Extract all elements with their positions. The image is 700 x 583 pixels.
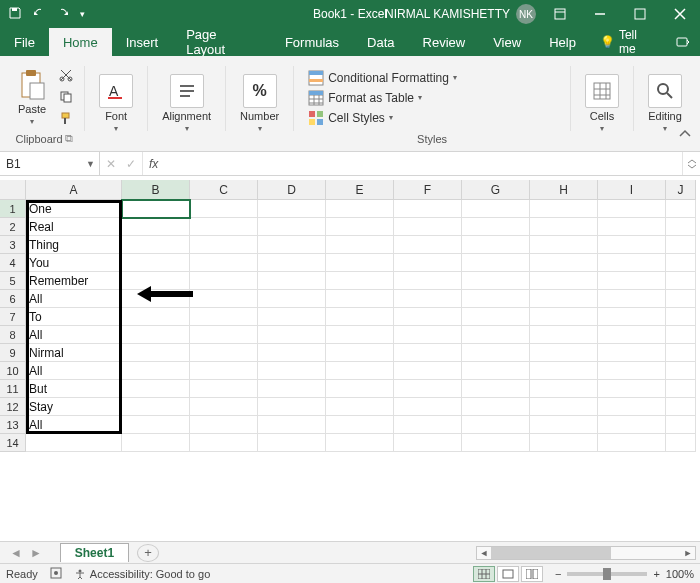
cell[interactable] [326, 308, 394, 326]
cell[interactable] [598, 416, 666, 434]
cell[interactable] [462, 416, 530, 434]
row-header[interactable]: 11 [0, 380, 26, 398]
dialog-launcher-icon[interactable]: ⧉ [65, 132, 73, 145]
cell[interactable] [530, 434, 598, 452]
cell[interactable] [666, 272, 696, 290]
cell[interactable] [190, 398, 258, 416]
cell[interactable] [462, 434, 530, 452]
column-header[interactable]: D [258, 180, 326, 200]
cell[interactable] [394, 200, 462, 218]
cell[interactable] [462, 290, 530, 308]
column-header[interactable]: H [530, 180, 598, 200]
cell[interactable]: One [26, 200, 122, 218]
cell[interactable]: Real [26, 218, 122, 236]
enter-formula-icon[interactable]: ✓ [126, 157, 136, 171]
cell[interactable]: All [26, 362, 122, 380]
close-icon[interactable] [660, 0, 700, 28]
ribbon-options-icon[interactable] [540, 0, 580, 28]
row-header[interactable]: 2 [0, 218, 26, 236]
tab-file[interactable]: File [0, 28, 49, 56]
cell[interactable] [326, 272, 394, 290]
cell[interactable] [462, 380, 530, 398]
cell[interactable]: Remember [26, 272, 122, 290]
cell[interactable] [666, 380, 696, 398]
cell[interactable] [326, 416, 394, 434]
tab-help[interactable]: Help [535, 28, 590, 56]
format-painter-icon[interactable] [58, 111, 74, 127]
cell[interactable] [190, 254, 258, 272]
row-header[interactable]: 1 [0, 200, 26, 218]
account-area[interactable]: NIRMAL KAMISHETTY NK [385, 4, 540, 24]
cell[interactable] [190, 362, 258, 380]
page-layout-view-icon[interactable] [497, 566, 519, 582]
cell[interactable] [258, 362, 326, 380]
zoom-slider[interactable] [567, 572, 647, 576]
cell[interactable] [598, 254, 666, 272]
tab-data[interactable]: Data [353, 28, 408, 56]
cell[interactable] [122, 200, 190, 218]
cell[interactable] [530, 344, 598, 362]
cell[interactable] [258, 434, 326, 452]
share-icon[interactable] [665, 28, 700, 56]
redo-icon[interactable] [56, 6, 70, 23]
cell[interactable] [326, 236, 394, 254]
spreadsheet-grid[interactable]: ABCDEFGHIJ1One2Real3Thing4You5Remember6A… [0, 180, 700, 541]
cell[interactable] [462, 272, 530, 290]
cell[interactable] [122, 416, 190, 434]
cell[interactable] [326, 362, 394, 380]
cell[interactable] [666, 308, 696, 326]
tab-formulas[interactable]: Formulas [271, 28, 353, 56]
cell[interactable] [190, 272, 258, 290]
cell[interactable] [394, 362, 462, 380]
cell[interactable] [666, 416, 696, 434]
cell[interactable] [462, 326, 530, 344]
row-header[interactable]: 8 [0, 326, 26, 344]
cell[interactable] [598, 362, 666, 380]
cell[interactable] [326, 398, 394, 416]
row-header[interactable]: 7 [0, 308, 26, 326]
cell[interactable] [394, 236, 462, 254]
cell[interactable] [598, 326, 666, 344]
cell[interactable] [394, 434, 462, 452]
chevron-down-icon[interactable]: ▼ [86, 159, 95, 169]
editing-button[interactable]: Editing▾ [644, 72, 686, 135]
cell[interactable]: All [26, 326, 122, 344]
new-sheet-icon[interactable]: + [137, 544, 159, 562]
cells-button[interactable]: Cells▾ [581, 72, 623, 135]
cell[interactable] [258, 398, 326, 416]
cell[interactable]: All [26, 416, 122, 434]
macro-record-icon[interactable] [50, 567, 62, 581]
cell[interactable] [462, 362, 530, 380]
cell[interactable] [530, 218, 598, 236]
cell[interactable] [326, 344, 394, 362]
cell[interactable] [666, 236, 696, 254]
tab-view[interactable]: View [479, 28, 535, 56]
cell[interactable] [326, 290, 394, 308]
cell[interactable] [258, 218, 326, 236]
horizontal-scrollbar[interactable]: ◄► [159, 546, 700, 560]
cell[interactable]: Thing [26, 236, 122, 254]
cell[interactable] [598, 236, 666, 254]
cell[interactable] [190, 434, 258, 452]
column-header[interactable]: C [190, 180, 258, 200]
cell[interactable] [530, 254, 598, 272]
cell[interactable] [190, 236, 258, 254]
cell[interactable] [530, 236, 598, 254]
row-header[interactable]: 10 [0, 362, 26, 380]
cell[interactable] [666, 398, 696, 416]
page-break-view-icon[interactable] [521, 566, 543, 582]
paste-button[interactable]: Paste ▾ [14, 67, 50, 128]
maximize-icon[interactable] [620, 0, 660, 28]
row-header[interactable]: 4 [0, 254, 26, 272]
cell[interactable] [598, 218, 666, 236]
normal-view-icon[interactable] [473, 566, 495, 582]
autosave-icon[interactable] [8, 6, 22, 23]
column-header[interactable]: E [326, 180, 394, 200]
cell[interactable] [598, 398, 666, 416]
cell[interactable] [598, 290, 666, 308]
sheet-nav-next-icon[interactable]: ► [30, 546, 42, 560]
cell[interactable] [258, 326, 326, 344]
cell[interactable] [462, 344, 530, 362]
tab-insert[interactable]: Insert [112, 28, 173, 56]
cell[interactable] [462, 398, 530, 416]
